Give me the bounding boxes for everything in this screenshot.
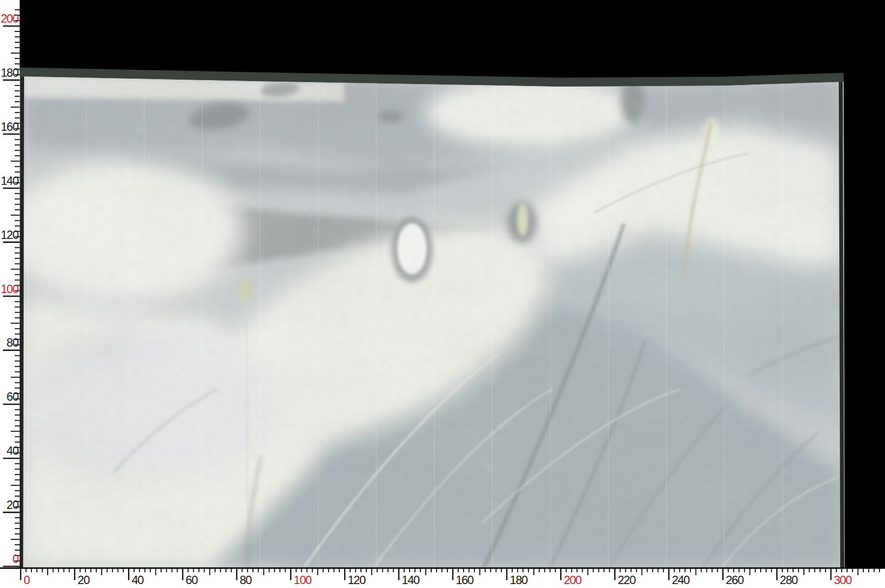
ruler-label: 100 (294, 573, 312, 587)
ruler-label: 0 (24, 573, 30, 587)
slab-photo (2, 70, 846, 569)
ruler-baseline (0, 567, 885, 569)
ruler-label: 240 (672, 573, 690, 587)
ruler-label: 160 (456, 573, 474, 587)
ruler-label: 180 (0, 66, 19, 79)
ruler-label: 60 (186, 573, 198, 587)
ruler-label: 40 (132, 573, 144, 587)
ruler-label: 200 (564, 573, 582, 587)
ruler-label: 200 (0, 12, 19, 25)
ruler-label: 140 (402, 573, 420, 587)
slab-scan-viewport: 020406080100120140160180200 020406080100… (0, 0, 885, 588)
slab-scan-image: 020406080100120140160180200 020406080100… (0, 0, 885, 588)
ruler-label: 280 (780, 573, 798, 587)
ruler-label: 0 (12, 552, 19, 565)
ruler-label: 60 (6, 390, 19, 403)
ruler-label: 140 (0, 174, 19, 187)
ruler-label: 20 (6, 498, 19, 511)
ruler-label: 220 (618, 573, 636, 587)
ruler-label: 100 (0, 282, 19, 295)
ruler-label: 120 (348, 573, 366, 587)
ruler-label: 300 (834, 573, 852, 587)
ruler-label: 120 (0, 228, 19, 241)
ruler-label: 260 (726, 573, 744, 587)
ruler-label: 20 (78, 573, 90, 587)
ruler-label: 160 (0, 120, 19, 133)
ruler-label: 80 (6, 336, 19, 349)
ruler-label: 80 (239, 573, 252, 587)
ruler-label: 180 (510, 573, 528, 587)
ruler-label: 40 (6, 444, 19, 457)
